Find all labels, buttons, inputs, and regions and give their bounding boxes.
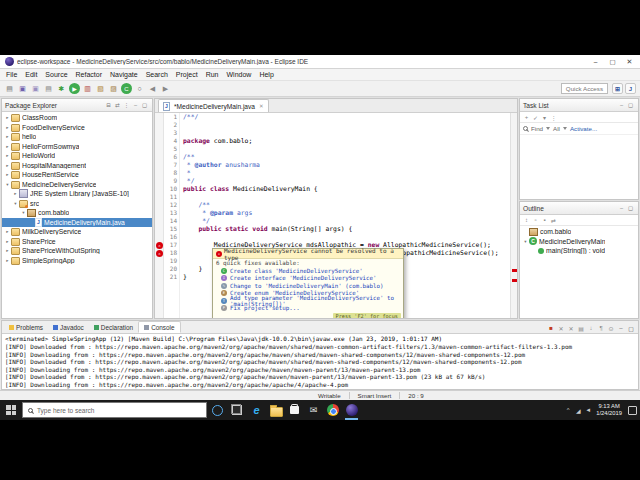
code-line[interactable]	[183, 145, 510, 153]
quickfix-change-to[interactable]: ✎Change to 'MedicineDeliveryMain' (com.b…	[213, 282, 403, 290]
tab-declaration[interactable]: Declaration	[89, 321, 138, 333]
tree-item-houserentservice[interactable]: ▸HouseRentService	[2, 170, 152, 180]
tree-item-jre-system-library-javase-10[interactable]: ▸JRE System Library [JavaSE-10]	[2, 189, 152, 199]
code-line[interactable]: *	[183, 169, 510, 177]
task-activate-link[interactable]: Activate...	[570, 125, 597, 132]
editor-tab[interactable]: *MedicineDeliveryMain.java ✕	[158, 99, 269, 112]
open-perspective-icon[interactable]: ⊞	[612, 83, 623, 94]
volume-icon[interactable]: ◄	[584, 405, 592, 415]
overview-error-icon[interactable]	[512, 269, 517, 272]
minimize-icon[interactable]: –	[131, 101, 140, 110]
chevron-right-icon[interactable]: ▸	[4, 144, 11, 149]
print-icon[interactable]: ▤	[43, 83, 54, 94]
quickfix-create-interface[interactable]: ICreate interface 'MedicineDeliveryServi…	[213, 275, 403, 283]
minimize-button[interactable]: –	[587, 56, 604, 68]
run-icon[interactable]: ▶	[69, 83, 80, 94]
tree-item-fooddeliveryservice[interactable]: ▸FoodDeliveryService	[2, 123, 152, 133]
chevron-right-icon[interactable]: ▸	[4, 134, 11, 139]
new-class-icon[interactable]: C	[121, 83, 132, 94]
edge-icon[interactable]: e	[247, 400, 266, 420]
tree-item-medicinedeliverymain-java[interactable]: MedicineDeliveryMain.java	[2, 218, 152, 228]
chevron-right-icon[interactable]: ▸	[4, 172, 11, 177]
task-scope-all[interactable]: All	[553, 125, 560, 132]
code-line[interactable]: /**/	[183, 113, 510, 121]
search-icon[interactable]: ○	[134, 83, 145, 94]
minimize-icon[interactable]: –	[617, 101, 626, 110]
network-icon[interactable]: ◢	[574, 405, 582, 415]
chevron-right-icon[interactable]: ▸	[4, 229, 11, 234]
cortana-button[interactable]	[207, 400, 227, 420]
maximize-button[interactable]: ▢	[604, 56, 621, 68]
new-java-project-icon[interactable]: ▧	[95, 83, 106, 94]
minimize-icon[interactable]: –	[616, 323, 626, 333]
hide-static-members-icon[interactable]: ▪	[540, 216, 549, 225]
overview-ruler[interactable]	[510, 113, 517, 318]
chevron-down-icon[interactable]: ▾	[4, 182, 11, 187]
save-all-icon[interactable]: ▣	[30, 83, 41, 94]
store-icon[interactable]	[285, 400, 304, 420]
remove-all-launches-icon[interactable]: ✕	[566, 323, 576, 333]
task-view-button[interactable]	[227, 400, 247, 420]
coverage-icon[interactable]: ▥	[82, 83, 93, 94]
menu-source[interactable]: Source	[41, 71, 71, 78]
maximize-icon[interactable]: ▢	[626, 101, 635, 110]
code-line[interactable]	[183, 193, 510, 201]
quick-access-input[interactable]: Quick Access	[561, 83, 608, 94]
chevron-right-icon[interactable]: ▸	[12, 191, 19, 196]
sort-icon[interactable]: ↕	[522, 216, 531, 225]
tree-item-sharepricewithoutspring[interactable]: ▸SharePriceWithOutSpring	[2, 246, 152, 256]
remove-launch-icon[interactable]: ✕	[556, 323, 566, 333]
console-output[interactable]: [INFO] Downloaded from : https://repo.ma…	[2, 343, 638, 389]
chevron-right-icon[interactable]: ▸	[4, 239, 11, 244]
menu-project[interactable]: Project	[172, 71, 202, 78]
outline-item-com-bablo[interactable]: com.bablo	[520, 227, 638, 237]
chevron-down-icon[interactable]	[546, 127, 550, 130]
file-explorer-icon[interactable]	[266, 400, 285, 420]
scroll-lock-icon[interactable]: ↓	[586, 323, 596, 333]
maximize-icon[interactable]: ▢	[626, 204, 635, 213]
menu-file[interactable]: File	[2, 71, 21, 78]
tree-item-helloformsowmya[interactable]: ▸HelloFormSowmya	[2, 142, 152, 152]
code-line[interactable]: */	[183, 177, 510, 185]
code-line[interactable]	[183, 129, 510, 137]
new-package-icon[interactable]: ▨	[108, 83, 119, 94]
link-with-editor-icon[interactable]: ⇄	[113, 101, 122, 110]
outline-item-main-string-void[interactable]: main(String[]) : void	[520, 246, 638, 256]
view-menu-icon[interactable]: ⋮	[549, 113, 558, 122]
tree-item-simplespringapp[interactable]: ▸SimpleSpringApp	[2, 256, 152, 266]
tree-item-src[interactable]: ▾src	[2, 199, 152, 209]
chevron-right-icon[interactable]: ▸	[4, 115, 11, 120]
quickfix-create-class[interactable]: CCreate class 'MedicineDeliveryService'	[213, 267, 403, 275]
chevron-right-icon[interactable]: ▸	[4, 258, 11, 263]
terminate-icon[interactable]: ■	[546, 323, 556, 333]
code-line[interactable]: * @param args	[183, 209, 510, 217]
menu-help[interactable]: Help	[255, 71, 277, 78]
overview-error-icon[interactable]	[512, 279, 517, 282]
error-marker-icon[interactable]: ✕	[156, 242, 163, 249]
taskbar-clock[interactable]: 9:13 AM 1/24/2019	[596, 403, 622, 417]
tree-item-hospitalmanagement[interactable]: ▸HospitalManagement	[2, 161, 152, 171]
editor-left-ruler[interactable]: ✕✕	[155, 113, 164, 318]
code-line[interactable]	[183, 121, 510, 129]
new-wizard-icon[interactable]: ▤	[4, 83, 15, 94]
code-line[interactable]	[183, 233, 510, 241]
menu-run[interactable]: Run	[202, 71, 223, 78]
debug-icon[interactable]: ✱	[56, 83, 67, 94]
minimize-icon[interactable]: –	[617, 204, 626, 213]
menu-window[interactable]: Window	[222, 71, 255, 78]
tab-problems[interactable]: Problems	[4, 321, 48, 333]
complete-task-icon[interactable]: ✓	[531, 113, 540, 122]
start-button[interactable]	[0, 400, 22, 420]
maximize-icon[interactable]: ▢	[140, 101, 149, 110]
mail-icon[interactable]: ✉	[304, 400, 323, 420]
chevron-down-icon[interactable]: ▾	[20, 210, 27, 215]
chrome-icon[interactable]	[323, 400, 342, 420]
code-line[interactable]: */	[183, 217, 510, 225]
link-with-editor-icon[interactable]: ⇄	[549, 216, 558, 225]
tree-item-milkdeliveryservice[interactable]: ▸MilkDeliveryService	[2, 227, 152, 237]
close-button[interactable]: ✕	[621, 56, 638, 68]
save-icon[interactable]: ▣	[17, 83, 28, 94]
chevron-down-icon[interactable]: ▾	[522, 239, 529, 244]
word-wrap-icon[interactable]: ¶	[596, 323, 606, 333]
eclipse-icon[interactable]	[342, 400, 361, 420]
